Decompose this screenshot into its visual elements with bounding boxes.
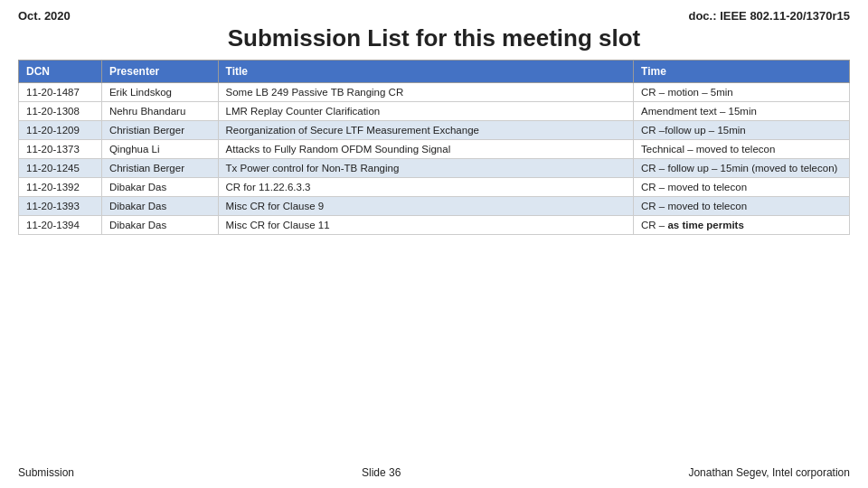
cell-time: CR – follow up – 15min (moved to telecon… [634,159,850,178]
footer-center: Slide 36 [362,466,401,479]
table-row: 11-20-1245Christian BergerTx Power contr… [19,159,850,178]
cell-dcn: 11-20-1373 [19,140,102,159]
table-row: 11-20-1209Christian BergerReorganization… [19,121,850,140]
cell-time: CR – moved to telecon [634,178,850,197]
cell-title: Misc CR for Clause 11 [218,216,634,235]
table-row: 11-20-1487Erik LindskogSome LB 249 Passi… [19,83,850,102]
cell-dcn: 11-20-1209 [19,121,102,140]
cell-time: CR – motion – 5min [634,83,850,102]
cell-time: CR –follow up – 15min [634,121,850,140]
header-dcn: DCN [19,61,102,83]
cell-title: LMR Replay Counter Clarification [218,102,634,121]
date-label: Oct. 2020 [18,9,71,23]
header-presenter: Presenter [101,61,218,83]
cell-presenter: Dibakar Das [101,197,218,216]
table-row: 11-20-1393Dibakar DasMisc CR for Clause … [19,197,850,216]
table-header-row: DCN Presenter Title Time [19,61,850,83]
table-row: 11-20-1392Dibakar DasCR for 11.22.6.3.3C… [19,178,850,197]
cell-presenter: Christian Berger [101,159,218,178]
cell-time: Technical – moved to telecon [634,140,850,159]
cell-title: Tx Power control for Non-TB Ranging [218,159,634,178]
table-row: 11-20-1394Dibakar DasMisc CR for Clause … [19,216,850,235]
bold-text: as time permits [667,220,743,230]
cell-dcn: 11-20-1392 [19,178,102,197]
cell-title: Misc CR for Clause 9 [218,197,634,216]
table-row: 11-20-1308Nehru BhandaruLMR Replay Count… [19,102,850,121]
submission-table: DCN Presenter Title Time 11-20-1487Erik … [18,60,850,235]
footer-right: Jonathan Segev, Intel corporation [688,466,850,479]
cell-title: Reorganization of Secure LTF Measurement… [218,121,634,140]
cell-dcn: 11-20-1393 [19,197,102,216]
cell-presenter: Dibakar Das [101,178,218,197]
cell-title: Attacks to Fully Random OFDM Sounding Si… [218,140,634,159]
footer: Submission Slide 36 Jonathan Segev, Inte… [18,461,850,479]
cell-title: CR for 11.22.6.3.3 [218,178,634,197]
cell-time: Amendment text – 15min [634,102,850,121]
cell-presenter: Christian Berger [101,121,218,140]
header-title: Title [218,61,634,83]
cell-time: CR – as time permits [634,216,850,235]
cell-presenter: Qinghua Li [101,140,218,159]
cell-presenter: Erik Lindskog [101,83,218,102]
cell-dcn: 11-20-1245 [19,159,102,178]
top-bar: Oct. 2020 doc.: IEEE 802.11-20/1370r15 [18,9,850,23]
cell-dcn: 11-20-1394 [19,216,102,235]
page: Oct. 2020 doc.: IEEE 802.11-20/1370r15 S… [0,0,868,488]
page-title: Submission List for this meeting slot [18,24,850,52]
cell-time: CR – moved to telecon [634,197,850,216]
cell-dcn: 11-20-1308 [19,102,102,121]
footer-left: Submission [18,466,74,479]
header-time: Time [634,61,850,83]
cell-dcn: 11-20-1487 [19,83,102,102]
doc-label: doc.: IEEE 802.11-20/1370r15 [688,9,850,23]
cell-title: Some LB 249 Passive TB Ranging CR [218,83,634,102]
table-row: 11-20-1373Qinghua LiAttacks to Fully Ran… [19,140,850,159]
cell-presenter: Dibakar Das [101,216,218,235]
cell-presenter: Nehru Bhandaru [101,102,218,121]
